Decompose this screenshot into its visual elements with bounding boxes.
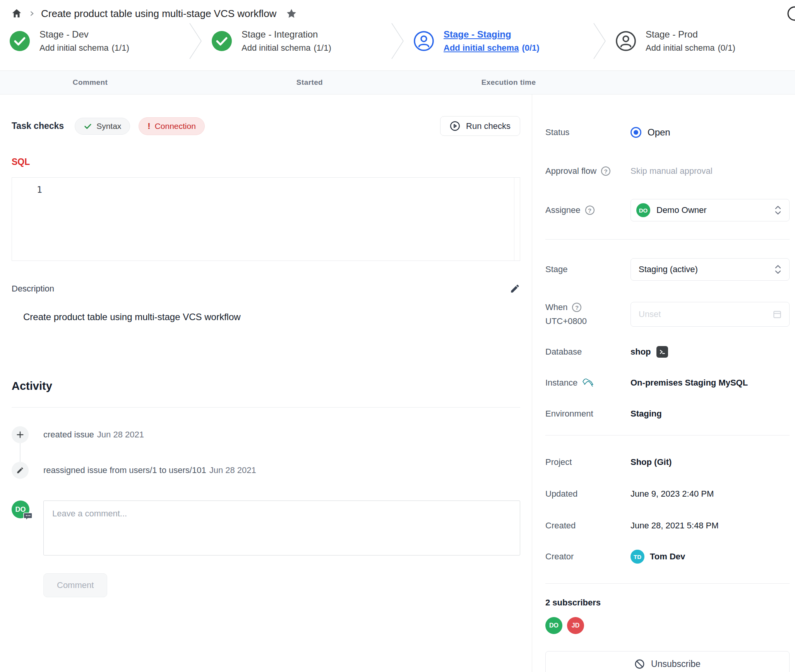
sql-console-icon[interactable] [656,346,668,358]
help-icon[interactable]: ? [572,303,581,312]
stage-separator [189,22,202,60]
divider [545,239,790,240]
calendar-icon [772,309,782,319]
timezone-label: UTC+0800 [545,316,587,326]
avatar: TD [631,550,644,564]
stage-select[interactable]: Staging (active) [631,258,790,281]
instance-value[interactable]: On-premises Staging MySQL [631,378,748,388]
activity-event: reassigned issue from users/1 to users/1… [12,462,520,479]
slash-circle-icon [634,659,645,669]
created-label: Created [545,521,631,531]
task-checks-label: Task checks [12,121,64,131]
check-circle-icon [9,31,30,51]
run-checks-button[interactable]: Run checks [440,116,520,136]
stage-item-staging[interactable]: Stage - Staging Add initial schema(0/1) [404,29,593,53]
event-text: reassigned issue from users/1 to users/1… [43,465,206,475]
unsubscribe-button[interactable]: Unsubscribe [545,651,790,672]
play-circle-icon [450,121,460,131]
stage-count: (0/1) [718,43,735,53]
main-panel: Task checks Syntax ! Connection Run chec… [0,94,532,672]
avatar: DO [636,203,650,217]
status-value: Open [648,127,670,138]
database-label: Database [545,347,631,357]
stage-count: (1/1) [314,43,331,53]
when-datepicker[interactable]: Unset [631,302,790,327]
editor-scrollbar[interactable] [514,178,514,261]
event-date: Jun 28 2021 [97,430,144,439]
status-label: Status [545,127,631,137]
breadcrumb: Create product table using multi-stage V… [0,0,795,20]
instance-label: Instance [545,378,631,388]
event-date: Jun 28 2021 [209,465,256,475]
check-circle-icon [211,31,232,51]
updated-label: Updated [545,489,631,499]
assignee-label: Assignee ? [545,205,631,215]
activity-event: created issueJun 28 2021 [12,426,520,443]
editor-line-number: 1 [37,185,42,195]
stage-name: Stage - Integration [242,29,331,40]
mysql-dolphin-icon [582,378,595,388]
issue-sidebar: Status Open Approval flow ? Skip manual … [532,94,795,672]
stage-label: Stage [545,264,631,274]
comment-button[interactable]: Comment [43,573,107,597]
exclamation-icon: ! [147,121,150,131]
chevron-right-icon [29,10,35,17]
stage-pipeline: Stage - Dev Add initial schema(1/1) Stag… [0,22,795,60]
description-text: Create product table using multi-stage V… [23,312,520,322]
event-connector [20,443,21,462]
favorite-star-icon[interactable] [286,8,297,19]
page-title: Create product table using multi-stage V… [41,8,276,20]
help-icon[interactable]: ? [601,166,610,176]
divider [545,583,790,584]
stage-item-integration[interactable]: Stage - Integration Add initial schema(1… [202,29,391,53]
avatar: DO [12,501,29,518]
database-value[interactable]: shop [631,347,651,357]
chevron-updown-icon [774,205,782,215]
stage-task: Add initial schema [39,43,109,53]
assignee-select[interactable]: DO Demo Owner [631,199,790,221]
project-value[interactable]: Shop (Git) [631,457,672,467]
stage-value: Staging (active) [636,264,698,274]
divider [545,435,790,435]
environment-label: Environment [545,409,631,419]
column-header-comment: Comment [73,71,108,94]
chevron-updown-icon [774,264,782,274]
project-label: Project [545,457,631,467]
sql-editor[interactable]: 1 [12,177,520,261]
stage-count: (0/1) [522,43,539,53]
stage-name: Stage - Dev [39,29,129,40]
check-badge-syntax[interactable]: Syntax [75,118,130,135]
stage-item-dev[interactable]: Stage - Dev Add initial schema(1/1) [0,29,189,53]
updated-value: June 9, 2023 2:40 PM [631,489,714,499]
check-badge-connection[interactable]: ! Connection [139,117,205,135]
created-value: June 28, 2021 5:48 PM [631,521,719,531]
stage-task: Add initial schema [444,43,519,53]
approval-flow-value: Skip manual approval [631,166,713,176]
event-text: created issue [43,430,94,439]
stage-separator [391,22,404,60]
environment-value[interactable]: Staging [631,409,662,419]
creator-label: Creator [545,552,631,562]
creator-value: Tom Dev [650,552,685,562]
avatar: JD [567,617,584,634]
help-icon[interactable] [786,5,795,22]
column-header-started: Started [296,71,323,94]
comment-input[interactable] [43,501,520,555]
stage-task: Add initial schema [242,43,311,53]
when-label: When ? UTC+0800 [545,302,631,326]
status-open-radio[interactable] [631,127,641,138]
stage-name: Stage - Staging [444,29,540,40]
activity-heading: Activity [12,380,520,393]
divider [12,407,520,408]
person-circle-icon [615,31,636,51]
person-circle-icon [413,31,434,51]
stage-item-prod[interactable]: Stage - Prod Add initial schema(0/1) [606,29,795,53]
help-icon[interactable]: ? [585,206,595,215]
home-icon[interactable] [11,8,22,19]
edit-pencil-icon[interactable] [510,283,520,294]
assignee-value: Demo Owner [656,205,707,215]
stage-name: Stage - Prod [646,29,735,40]
approval-flow-label: Approval flow ? [545,166,631,176]
stage-separator [593,22,606,60]
avatar: DO [545,617,562,634]
